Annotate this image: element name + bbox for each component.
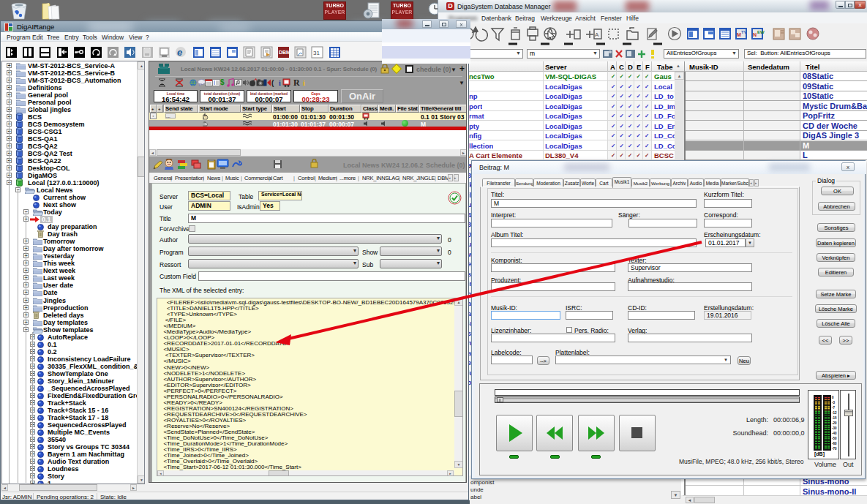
svg-text:e: e: [177, 47, 182, 58]
svg-text:DBM: DBM: [279, 50, 290, 55]
svg-text:A: A: [595, 31, 599, 38]
svg-text:N: N: [753, 32, 757, 37]
svg-text:EW: EW: [757, 30, 765, 34]
svg-text:31: 31: [313, 50, 320, 56]
svg-text:TV: TV: [741, 30, 747, 34]
